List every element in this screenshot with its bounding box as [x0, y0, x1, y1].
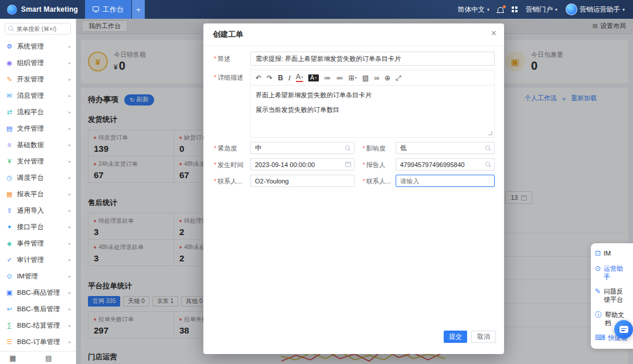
- portal-menu[interactable]: 营销门户 ▾: [526, 5, 557, 14]
- redo-icon[interactable]: ↷: [267, 74, 273, 81]
- sidebar-item-3[interactable]: ✉消息管理▸: [0, 87, 76, 104]
- brand: Smart Marketing: [0, 5, 85, 15]
- sidebar-item-16[interactable]: ↩BBC-售后管理▸: [0, 301, 76, 317]
- resize-handle[interactable]: [488, 131, 492, 135]
- sidebar-item-14[interactable]: ⊙IM管理▸: [0, 268, 76, 284]
- required-asterisk: *: [214, 145, 216, 152]
- api-icon: ✦: [5, 223, 14, 231]
- undo-icon[interactable]: ↶: [256, 74, 261, 81]
- sidebar-item-label: BBC-售后管理: [17, 305, 69, 314]
- occur-time-input[interactable]: [250, 158, 355, 171]
- chat-fab-button[interactable]: [614, 320, 633, 339]
- fullscreen-icon[interactable]: ⤢: [396, 74, 401, 81]
- sidebar-item-8[interactable]: ◷调度平台▸: [0, 169, 76, 186]
- clock-icon: ◷: [5, 174, 14, 182]
- apps-button[interactable]: [512, 6, 518, 12]
- chevron-right-icon: ▸: [69, 241, 71, 246]
- new-tab-button[interactable]: +: [132, 0, 145, 19]
- helper-item-label: IM: [604, 250, 611, 258]
- sidebar-item-label: 报表平台: [17, 190, 69, 199]
- sidebar-item-9[interactable]: ▦报表平台▸: [0, 186, 76, 202]
- sidebar-item-4[interactable]: ⇄流程平台▸: [0, 104, 76, 120]
- required-asterisk: *: [214, 55, 216, 62]
- sidebar-item-15[interactable]: ▣BBC-商品管理▸: [0, 284, 76, 301]
- sidebar-item-13[interactable]: ✓审计管理▸: [0, 251, 76, 268]
- sidebar-item-1[interactable]: ◉组织管理▸: [0, 55, 76, 71]
- sidebar-item-5[interactable]: ▤文件管理▸: [0, 120, 76, 137]
- feedback-icon: ✎: [595, 288, 601, 295]
- cancel-button[interactable]: 取消: [471, 331, 496, 343]
- sidebar-item-label: 流程平台: [17, 108, 69, 117]
- search-icon: [8, 26, 14, 32]
- summary-label: *简述: [214, 54, 250, 63]
- chevron-down-icon: ▾: [301, 75, 304, 79]
- sidebar-item-18[interactable]: ☰BBC-订单管理▸: [0, 334, 76, 350]
- reporter-select[interactable]: [396, 158, 495, 171]
- editor-content[interactable]: 界面上希望新增发货失败的订单条目卡片 展示当前发货失败的订单数目: [251, 86, 494, 137]
- attach-icon[interactable]: ⊕: [384, 74, 390, 81]
- impact-select[interactable]: [396, 142, 495, 154]
- font-color-icon[interactable]: A▾: [296, 73, 304, 82]
- chat-bubble-icon: [620, 326, 628, 333]
- helper-item[interactable]: ⊡IM: [591, 246, 633, 261]
- settle-icon: ∑: [5, 322, 14, 329]
- summary-row: *简述: [214, 52, 495, 66]
- portal-label: 营销门户: [526, 5, 553, 14]
- assistant-icon: ⊙: [595, 265, 601, 273]
- user-menu[interactable]: 营销运营助手 ▾: [566, 4, 625, 15]
- sidebar-item-11[interactable]: ✦接口平台▸: [0, 219, 76, 235]
- description-label: *详细描述: [214, 70, 250, 82]
- bold-icon[interactable]: B: [278, 74, 283, 81]
- sidebar-item-label: 消息管理: [17, 91, 69, 100]
- submit-button[interactable]: 提交: [444, 331, 467, 343]
- avatar: [566, 4, 577, 15]
- contact2-input[interactable]: [396, 175, 495, 187]
- image-icon[interactable]: ▧: [362, 74, 369, 81]
- language-switcher[interactable]: 简体中文 ▾: [458, 5, 489, 14]
- helper-item[interactable]: ⊙运营助手: [591, 261, 633, 285]
- summary-input[interactable]: [250, 52, 495, 66]
- sidebar-item-17[interactable]: ∑BBC-结算管理▸: [0, 317, 76, 334]
- sidebar-item-0[interactable]: ⚙系统管理▸: [0, 38, 76, 55]
- chevron-right-icon: ▸: [69, 93, 71, 98]
- tab-workbench[interactable]: 工作台: [85, 0, 131, 19]
- document-icon[interactable]: ▤: [45, 355, 52, 362]
- link-icon[interactable]: ∞: [374, 74, 379, 81]
- chevron-right-icon: ▸: [69, 44, 71, 49]
- grid-icon[interactable]: ▦: [9, 355, 16, 362]
- menu-search-input[interactable]: [5, 23, 71, 35]
- topbar: Smart Marketing 工作台 + 简体中文 ▾ 营销门户 ▾: [0, 0, 633, 19]
- sidebar-item-2[interactable]: ✎开发管理▸: [0, 71, 76, 87]
- bg-color-icon[interactable]: A▾: [308, 74, 318, 81]
- table-icon[interactable]: ⊞▾: [349, 74, 358, 81]
- urgency-select[interactable]: [250, 142, 355, 154]
- sidebar-item-7[interactable]: ¥支付管理▸: [0, 153, 76, 169]
- sidebar-item-12[interactable]: ◈事件管理▸: [0, 235, 76, 251]
- required-asterisk: *: [363, 161, 365, 168]
- search-icon: [485, 145, 491, 151]
- product-icon: ▣: [5, 289, 14, 297]
- sidebar-item-10[interactable]: ⇪通用导入▸: [0, 202, 76, 219]
- rich-text-editor: ↶↷BIA▾A▾≔≕⊞▾▧∞⊕⤢ 界面上希望新增发货失败的订单条目卡片 展示当前…: [250, 70, 495, 138]
- close-icon[interactable]: ×: [491, 29, 496, 38]
- italic-icon[interactable]: I: [288, 74, 291, 81]
- contact1-input[interactable]: [250, 175, 355, 187]
- chevron-down-icon: ▾: [355, 76, 358, 80]
- time-reporter-row: *发生时间 *报告人: [214, 158, 495, 171]
- notification-button[interactable]: [498, 6, 503, 12]
- sidebar-item-6[interactable]: ≡基础数据▸: [0, 137, 76, 153]
- chevron-down-icon: ▾: [315, 76, 317, 80]
- ordered-list-icon[interactable]: ≕: [336, 74, 343, 81]
- helper-item[interactable]: ✎问题反馈平台: [591, 284, 633, 308]
- sidebar-item-label: BBC-订单管理: [17, 338, 69, 346]
- help-icon: ⓘ: [595, 311, 602, 319]
- chevron-right-icon: ▸: [69, 60, 71, 66]
- sidebar-item-label: IM管理: [17, 272, 69, 281]
- modal-footer: 提交 取消: [444, 331, 496, 343]
- brand-logo-icon: [7, 5, 17, 15]
- required-asterisk: *: [363, 145, 365, 152]
- bullet-list-icon[interactable]: ≔: [324, 74, 331, 81]
- sidebar-footer: ▦▤: [0, 351, 76, 364]
- sidebar: ⚙系统管理▸◉组织管理▸✎开发管理▸✉消息管理▸⇄流程平台▸▤文件管理▸≡基础数…: [0, 19, 76, 364]
- editor-toolbar: ↶↷BIA▾A▾≔≕⊞▾▧∞⊕⤢: [251, 70, 494, 86]
